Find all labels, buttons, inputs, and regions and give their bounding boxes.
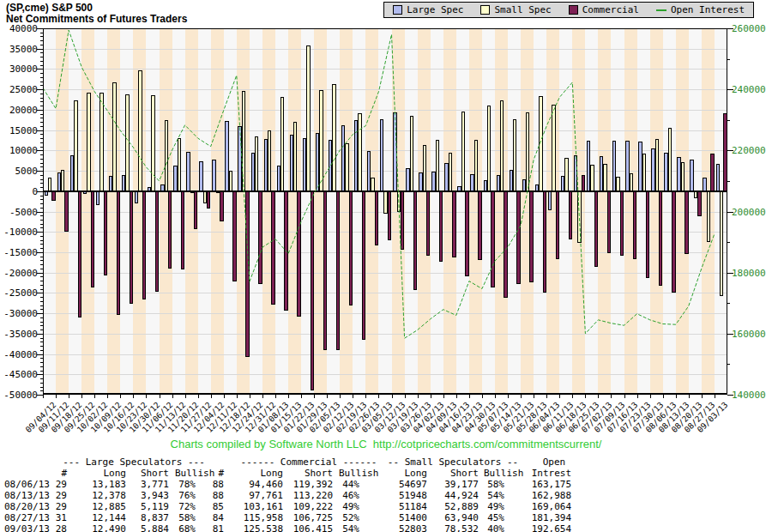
y-axis-label-left: 15000 <box>2 125 38 136</box>
axis-tick <box>133 395 134 398</box>
chart-title-block: (SP,cme) S&P 500 Net Commitments of Futu… <box>6 3 187 25</box>
axis-tick <box>37 130 43 131</box>
y-axis-label-left: 20000 <box>2 105 38 116</box>
legend-label: Small Spec <box>494 4 551 15</box>
axis-tick <box>340 395 341 398</box>
y-axis-label-right: 220000 <box>732 145 766 156</box>
axis-tick <box>353 395 353 398</box>
y-axis-label-left: -5000 <box>2 207 38 218</box>
axis-tick <box>37 293 43 293</box>
axis-tick <box>37 110 43 111</box>
y-axis-label-left: 10000 <box>2 145 38 156</box>
table-cell: 28 <box>7 523 67 532</box>
axis-tick <box>611 395 612 398</box>
y-axis-label-left: 5000 <box>2 166 38 177</box>
table-cell: 192,654 <box>511 523 571 532</box>
table-col-header: Short <box>109 468 169 479</box>
table-col-header: Short <box>273 468 333 479</box>
table-cell: 88 <box>164 490 224 501</box>
axis-tick <box>495 395 496 398</box>
axis-tick <box>482 395 483 398</box>
table-cell: 163,175 <box>511 479 571 490</box>
axis-tick <box>224 395 225 398</box>
axis-tick <box>37 313 43 314</box>
axis-tick <box>727 212 733 213</box>
y-axis-label-left: -10000 <box>2 227 38 238</box>
legend-swatch-icon <box>569 5 578 15</box>
cot-chart-page: { "window": { "title_line1": "(SP,cme) S… <box>0 0 772 532</box>
axis-tick <box>37 354 43 355</box>
axis-tick <box>663 395 664 398</box>
axis-tick <box>275 395 276 398</box>
axis-tick <box>624 395 625 398</box>
axis-tick <box>37 232 43 233</box>
axis-tick <box>288 395 289 398</box>
axis-tick <box>56 395 57 398</box>
axis-tick <box>727 120 730 121</box>
axis-tick <box>37 171 43 172</box>
axis-tick <box>572 395 573 398</box>
table-cell: 29 <box>7 501 67 512</box>
footer-credit: Charts compiled by Software North LLC ht… <box>0 438 772 450</box>
axis-tick <box>431 395 431 398</box>
table-cell: 81 <box>164 523 224 532</box>
axis-tick <box>37 252 43 253</box>
table-col-header: # <box>7 468 67 479</box>
axis-tick <box>120 395 121 398</box>
y-axis-label-left: 0 <box>2 186 38 197</box>
axis-tick <box>727 273 733 274</box>
y-axis-label-left: 35000 <box>2 44 38 55</box>
legend-label: Commercial <box>582 4 639 15</box>
table-cell: 54% <box>444 490 504 501</box>
table-cell: 40% <box>444 523 504 532</box>
axis-tick <box>211 395 212 398</box>
axis-tick <box>262 395 263 398</box>
table-cell: 54% <box>299 523 359 532</box>
y-axis-label-right: 240000 <box>732 84 766 95</box>
axis-tick <box>37 395 43 396</box>
axis-tick <box>585 395 586 398</box>
open-interest-line-icon <box>656 9 666 11</box>
axis-tick <box>727 59 730 60</box>
table-cell: 49% <box>299 501 359 512</box>
y-axis-label-right: 140000 <box>732 390 766 401</box>
axis-tick <box>702 395 703 398</box>
axis-tick <box>37 49 43 50</box>
y-axis-label-right: 180000 <box>732 268 766 279</box>
axis-tick <box>378 395 379 398</box>
y-axis-label-left: -40000 <box>2 349 38 360</box>
y-axis-label-left: -30000 <box>2 308 38 319</box>
axis-tick <box>365 395 366 398</box>
y-axis-label-left: -25000 <box>2 287 38 299</box>
axis-tick <box>559 395 560 398</box>
table-cell: 29 <box>7 479 67 490</box>
table-cell: 162,988 <box>511 490 571 501</box>
table-col-header: Short <box>419 468 479 479</box>
legend-label: Open Interest <box>671 4 745 15</box>
y-axis-label-left: -50000 <box>2 390 38 401</box>
axis-tick <box>37 374 43 375</box>
axis-tick <box>94 395 95 398</box>
axis-tick <box>650 395 651 398</box>
y-axis-label-left: -35000 <box>2 329 38 340</box>
table-cell: 52% <box>299 512 359 523</box>
table-cell: 45% <box>444 512 504 523</box>
axis-tick <box>637 395 638 398</box>
table-cell: 49% <box>444 501 504 512</box>
table-cell: 169,064 <box>511 501 571 512</box>
table-col-header: # <box>164 468 224 479</box>
axis-tick <box>598 395 599 398</box>
y-axis-label-left: 25000 <box>2 84 38 95</box>
table-cell: 31 <box>7 512 67 523</box>
axis-tick <box>727 181 730 182</box>
axis-tick <box>546 395 547 398</box>
axis-tick <box>727 150 733 151</box>
axis-tick <box>301 395 302 398</box>
legend-swatch-icon <box>480 5 490 15</box>
legend-item-large-spec: Large Spec <box>393 4 463 15</box>
axis-tick <box>469 395 470 398</box>
table-cell: 181,394 <box>511 512 571 523</box>
legend-item-open-interest: Open Interest <box>656 4 745 15</box>
legend-swatch-icon <box>393 5 402 15</box>
y-axis-label-left: -45000 <box>2 369 38 380</box>
